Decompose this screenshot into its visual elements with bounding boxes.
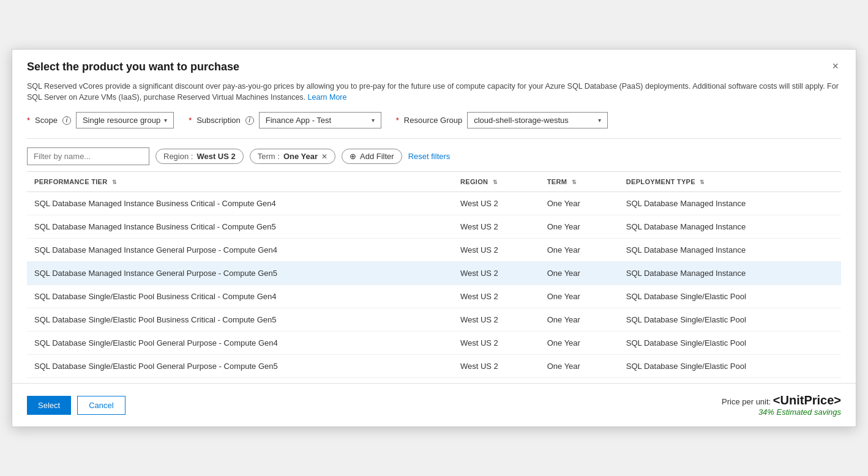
table-row[interactable]: SQL Database Single/Elastic Pool Busines… xyxy=(27,285,841,308)
resource-group-label: Resource Group xyxy=(404,116,462,125)
add-filter-button[interactable]: ⊕ Add Filter xyxy=(342,149,402,164)
scope-row: * Scope i Single resource group ▾ * Subs… xyxy=(12,112,856,138)
col-region[interactable]: REGION ⇅ xyxy=(453,172,540,192)
cell-performance-tier: SQL Database Managed Instance General Pu… xyxy=(27,262,453,285)
add-filter-icon: ⊕ xyxy=(350,152,356,161)
scope-chevron-icon: ▾ xyxy=(164,117,167,124)
cell-deployment-type: SQL Database Managed Instance xyxy=(619,239,841,262)
resource-chevron-icon: ▾ xyxy=(598,117,601,124)
dialog-description: SQL Reserved vCores provide a significan… xyxy=(12,81,856,113)
cell-region: West US 2 xyxy=(453,332,540,355)
subscription-info-icon[interactable]: i xyxy=(245,116,254,125)
cell-performance-tier: SQL Database Single/Elastic Pool General… xyxy=(27,332,453,355)
cell-deployment-type: SQL Database Managed Instance xyxy=(619,215,841,239)
term-chip-key: Term : xyxy=(258,152,280,161)
cell-region: West US 2 xyxy=(453,285,540,308)
cell-deployment-type: SQL Database Managed Instance xyxy=(619,262,841,285)
cell-term: One Year xyxy=(540,215,619,239)
subscription-chevron-icon: ▾ xyxy=(372,117,375,124)
table-row[interactable]: SQL Database Managed Instance General Pu… xyxy=(27,262,841,285)
cell-term: One Year xyxy=(540,239,619,262)
performance-tier-sort-icon: ⇅ xyxy=(112,179,117,185)
resource-group-dropdown[interactable]: cloud-shell-storage-westus ▾ xyxy=(467,112,608,128)
cell-term: One Year xyxy=(540,262,619,285)
region-chip-value: West US 2 xyxy=(196,152,235,161)
table-row[interactable]: SQL Database Single/Elastic Pool General… xyxy=(27,355,841,378)
cell-region: West US 2 xyxy=(453,355,540,378)
price-value: <UnitPrice> xyxy=(773,393,841,407)
footer-actions: Select Cancel xyxy=(27,396,125,415)
region-filter-chip[interactable]: Region : West US 2 xyxy=(155,149,244,164)
savings-text: 34% Estimated savings xyxy=(722,407,841,417)
cancel-button[interactable]: Cancel xyxy=(77,396,125,415)
cell-term: One Year xyxy=(540,355,619,378)
cell-region: West US 2 xyxy=(453,215,540,239)
table-row[interactable]: SQL Database Single/Elastic Pool General… xyxy=(27,332,841,355)
cell-term: One Year xyxy=(540,192,619,215)
cell-term: One Year xyxy=(540,285,619,308)
dialog-header: Select the product you want to purchase … xyxy=(12,50,856,81)
products-table: PERFORMANCE TIER ⇅ REGION ⇅ TERM ⇅ DEPLO… xyxy=(27,172,841,378)
cell-region: West US 2 xyxy=(453,262,540,285)
cell-deployment-type: SQL Database Single/Elastic Pool xyxy=(619,332,841,355)
filter-row: Region : West US 2 Term : One Year ✕ ⊕ A… xyxy=(12,139,856,171)
term-filter-chip[interactable]: Term : One Year ✕ xyxy=(250,149,335,164)
table-row[interactable]: SQL Database Managed Instance Business C… xyxy=(27,192,841,215)
cell-region: West US 2 xyxy=(453,239,540,262)
cell-deployment-type: SQL Database Single/Elastic Pool xyxy=(619,355,841,378)
table-row[interactable]: SQL Database Managed Instance General Pu… xyxy=(27,239,841,262)
table-header-row: PERFORMANCE TIER ⇅ REGION ⇅ TERM ⇅ DEPLO… xyxy=(27,172,841,192)
term-chip-value: One Year xyxy=(283,152,318,161)
subscription-dropdown[interactable]: Finance App - Test ▾ xyxy=(259,112,381,128)
cell-deployment-type: SQL Database Managed Instance xyxy=(619,192,841,215)
region-chip-key: Region : xyxy=(163,152,193,161)
learn-more-link[interactable]: Learn More xyxy=(308,93,347,102)
scope-info-icon[interactable]: i xyxy=(62,116,71,125)
deployment-type-sort-icon: ⇅ xyxy=(700,179,705,185)
col-term[interactable]: TERM ⇅ xyxy=(540,172,619,192)
dialog-title: Select the product you want to purchase xyxy=(27,61,239,73)
cell-performance-tier: SQL Database Managed Instance Business C… xyxy=(27,215,453,239)
cell-region: West US 2 xyxy=(453,308,540,332)
cell-region: West US 2 xyxy=(453,192,540,215)
term-sort-icon: ⇅ xyxy=(572,179,577,185)
cell-deployment-type: SQL Database Single/Elastic Pool xyxy=(619,308,841,332)
cell-performance-tier: SQL Database Managed Instance General Pu… xyxy=(27,239,453,262)
resource-required-star: * xyxy=(396,116,399,125)
footer-pricing: Price per unit: <UnitPrice> 34% Estimate… xyxy=(722,393,841,417)
price-per-unit-label: Price per unit: xyxy=(722,397,771,406)
reset-filters-button[interactable]: Reset filters xyxy=(408,152,451,161)
col-deployment-type[interactable]: DEPLOYMENT TYPE ⇅ xyxy=(619,172,841,192)
scope-dropdown[interactable]: Single resource group ▾ xyxy=(76,112,174,128)
col-performance-tier[interactable]: PERFORMANCE TIER ⇅ xyxy=(27,172,453,192)
close-button[interactable]: × xyxy=(829,61,841,72)
cell-deployment-type: SQL Database Single/Elastic Pool xyxy=(619,285,841,308)
select-button[interactable]: Select xyxy=(27,396,71,415)
term-chip-close-icon[interactable]: ✕ xyxy=(321,152,327,161)
filter-by-name-input[interactable] xyxy=(27,147,149,165)
scope-required-star: * xyxy=(27,116,30,125)
cell-performance-tier: SQL Database Managed Instance Business C… xyxy=(27,192,453,215)
products-table-container: PERFORMANCE TIER ⇅ REGION ⇅ TERM ⇅ DEPLO… xyxy=(27,171,841,378)
subscription-required-star: * xyxy=(189,116,192,125)
region-sort-icon: ⇅ xyxy=(493,179,498,185)
table-row[interactable]: SQL Database Managed Instance Business C… xyxy=(27,215,841,239)
scope-label: Scope xyxy=(35,116,58,125)
cell-performance-tier: SQL Database Single/Elastic Pool Busines… xyxy=(27,308,453,332)
purchase-dialog: Select the product you want to purchase … xyxy=(12,49,856,428)
cell-performance-tier: SQL Database Single/Elastic Pool General… xyxy=(27,355,453,378)
subscription-label: Subscription xyxy=(196,116,241,125)
cell-term: One Year xyxy=(540,332,619,355)
cell-performance-tier: SQL Database Single/Elastic Pool Busines… xyxy=(27,285,453,308)
table-row[interactable]: SQL Database Single/Elastic Pool Busines… xyxy=(27,308,841,332)
cell-term: One Year xyxy=(540,308,619,332)
dialog-footer: Select Cancel Price per unit: <UnitPrice… xyxy=(12,383,856,426)
